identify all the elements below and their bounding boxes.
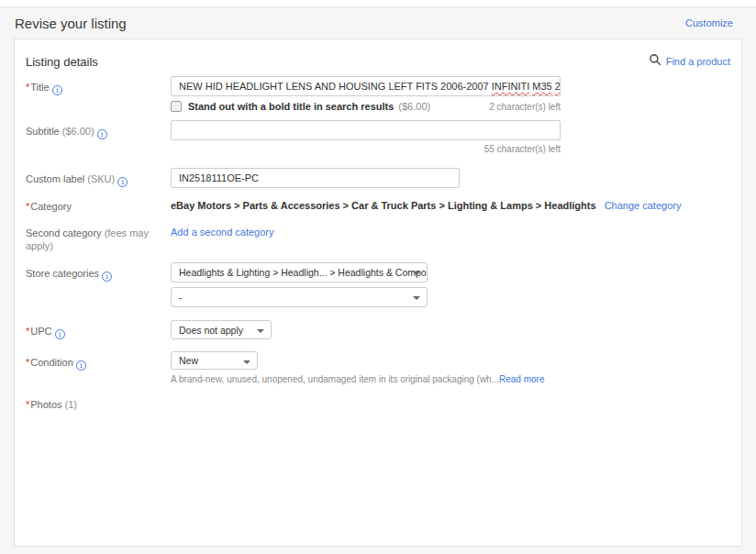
info-icon[interactable] xyxy=(117,177,128,187)
sku-suffix: (SKU) xyxy=(87,173,115,184)
add-second-category-link[interactable]: Add a second category xyxy=(171,227,274,238)
section-heading: Listing details xyxy=(26,55,98,69)
required-marker: * xyxy=(26,82,29,93)
title-label: *Title xyxy=(26,76,171,113)
required-marker: * xyxy=(26,201,29,212)
info-icon[interactable] xyxy=(102,271,112,282)
title-chars-left: 2 character(s) left xyxy=(489,102,561,112)
find-product-link[interactable]: Find a product xyxy=(666,56,730,67)
bold-title-option-label: Stand out with a bold title in search re… xyxy=(188,101,394,112)
custom-label-label: Custom label (SKU) xyxy=(26,168,171,188)
condition-note: A brand-new, unused, unopened, undamaged… xyxy=(171,374,730,384)
subtitle-input[interactable] xyxy=(171,120,561,140)
store-categories-label: Store categories xyxy=(26,262,171,307)
bold-title-price: ($6.00) xyxy=(398,101,430,112)
required-marker: * xyxy=(26,326,29,337)
top-strip xyxy=(0,0,756,7)
store-category-secondary-select[interactable]: - xyxy=(171,287,428,307)
change-category-link[interactable]: Change category xyxy=(605,200,682,211)
category-label: *Category xyxy=(26,200,171,213)
info-icon[interactable] xyxy=(55,329,65,339)
subtitle-label: Subtitle ($6.00) xyxy=(26,120,171,155)
bold-title-checkbox[interactable] xyxy=(171,101,182,112)
upc-select[interactable]: Does not apply xyxy=(171,320,272,339)
subtitle-fee: ($6.00) xyxy=(62,126,94,137)
condition-select[interactable]: New xyxy=(171,351,258,370)
page-title: Revise your listing xyxy=(15,16,127,31)
listing-details-card: Listing details Find a product *Title NE… xyxy=(14,39,742,547)
photos-count: (1) xyxy=(65,399,77,410)
read-more-link[interactable]: Read more xyxy=(499,374,544,384)
second-category-label: Second category (fees may apply) xyxy=(26,227,171,252)
title-input[interactable]: NEW HID HEADLIGHT LENS AND HOUSING LEFT … xyxy=(171,76,561,96)
find-a-product[interactable]: Find a product xyxy=(649,53,730,70)
page-header: Revise your listing Customize xyxy=(0,8,756,38)
required-marker: * xyxy=(26,399,29,410)
custom-label-input[interactable] xyxy=(171,168,460,188)
upc-label: *UPC xyxy=(26,320,171,339)
store-category-primary-select[interactable]: Headlights & Lighting > Headligh... > He… xyxy=(171,262,428,283)
required-marker: * xyxy=(26,357,29,368)
info-icon[interactable] xyxy=(52,85,62,95)
subtitle-chars-left: 55 character(s) left xyxy=(171,144,561,155)
photos-label: *Photos (1) xyxy=(26,398,171,411)
category-path: eBay Motors > Parts & Accessories > Car … xyxy=(171,200,596,211)
search-icon xyxy=(649,53,662,70)
info-icon[interactable] xyxy=(76,360,86,371)
customize-link[interactable]: Customize xyxy=(685,17,733,28)
info-icon[interactable] xyxy=(97,129,107,139)
condition-label: *Condition xyxy=(26,351,171,384)
